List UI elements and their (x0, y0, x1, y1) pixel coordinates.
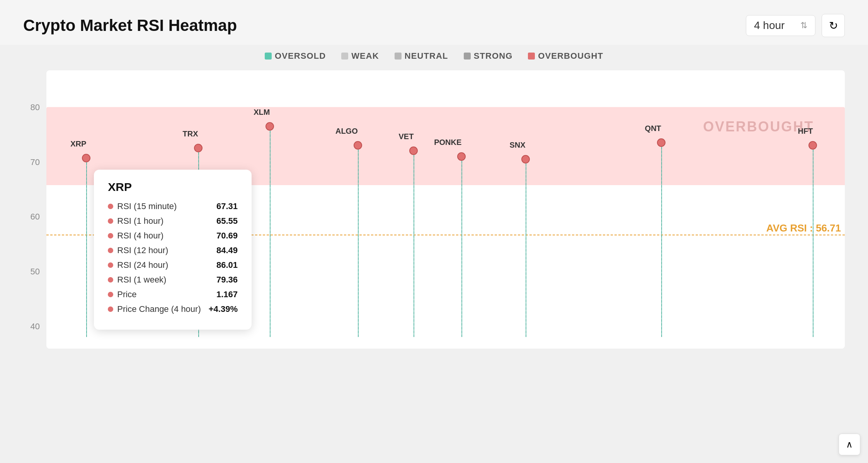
tooltip-label: RSI (4 hour) (117, 231, 163, 241)
chevron-updown-icon: ⇅ (800, 20, 807, 31)
tooltip-label: RSI (1 week) (117, 275, 166, 285)
legend-item-strong: STRONG (464, 51, 513, 61)
tooltip-row: Price 1.167 (108, 289, 238, 300)
data-point-line (461, 161, 462, 337)
interval-label: 4 hour (754, 19, 785, 32)
data-point-dot (354, 141, 362, 150)
y-axis-label: 40 (23, 322, 44, 332)
page-title: Crypto Market RSI Heatmap (23, 16, 237, 35)
overbought-color (528, 53, 535, 60)
refresh-button[interactable]: ↻ (822, 14, 845, 37)
tooltip-value: +4.39% (209, 304, 238, 314)
y-axis-label: 60 (23, 212, 44, 222)
y-axis-label: 80 (23, 102, 44, 112)
data-point-dot (457, 152, 466, 161)
tooltip-value: 86.01 (216, 260, 238, 270)
weak-color (341, 53, 348, 60)
legend-item-neutral: NEUTRAL (395, 51, 448, 61)
legend-item-weak: WEAK (341, 51, 379, 61)
tooltip-dot (108, 204, 113, 209)
tooltip-value: 67.31 (216, 201, 238, 211)
tooltip-row: RSI (24 hour) 86.01 (108, 260, 238, 270)
tooltip-value: 79.36 (216, 275, 238, 285)
overbought-label: OVERBOUGHT (538, 51, 603, 61)
data-point-label: XRP (70, 140, 86, 148)
data-point-line (661, 147, 662, 337)
tooltip-row: RSI (1 week) 79.36 (108, 275, 238, 285)
tooltip-label: RSI (1 hour) (117, 216, 163, 226)
tooltip-value: 65.55 (216, 216, 238, 226)
data-point-label: ALGO (335, 127, 358, 136)
legend-item-overbought: OVERBOUGHT (528, 51, 603, 61)
tooltip-row-label: RSI (12 hour) (108, 245, 168, 255)
y-axis-label: 70 (23, 157, 44, 167)
weak-label: WEAK (351, 51, 379, 61)
data-point-dot (266, 122, 274, 131)
data-point-label: XLM (254, 108, 270, 117)
data-point-label: TRX (183, 129, 198, 138)
interval-selector[interactable]: 4 hour ⇅ (746, 15, 815, 36)
tooltip-dot (108, 248, 113, 253)
tooltip-row-label: RSI (15 minute) (108, 201, 177, 211)
tooltip-label: Price (117, 289, 136, 300)
strong-label: STRONG (474, 51, 513, 61)
strong-color (464, 53, 471, 60)
tooltip-row: RSI (12 hour) 84.49 (108, 245, 238, 255)
oversold-label: OVERSOLD (275, 51, 326, 61)
tooltip-row-label: RSI (4 hour) (108, 231, 163, 241)
data-point-line (86, 162, 87, 337)
tooltip-dot (108, 233, 113, 238)
tooltip-label: RSI (15 minute) (117, 201, 177, 211)
tooltip-label: RSI (24 hour) (117, 260, 168, 270)
data-point-label: HFT (798, 127, 813, 136)
data-point-label: SNX (509, 141, 525, 150)
overbought-watermark: OVERBOUGHT (703, 119, 814, 135)
data-point-line (358, 150, 359, 337)
data-point-dot (521, 155, 530, 163)
tooltip-dot (108, 262, 113, 268)
tooltip-dot (108, 277, 113, 283)
data-point-label: QNT (645, 124, 661, 133)
tooltip-row-label: Price (108, 289, 136, 300)
tooltip-value: 84.49 (216, 245, 238, 255)
page: Crypto Market RSI Heatmap 4 hour ⇅ ↻ OVE… (0, 0, 868, 463)
data-point-label: PONKE (434, 138, 461, 147)
data-point-line (813, 150, 814, 337)
data-point-dot (194, 144, 203, 152)
refresh-icon: ↻ (829, 19, 838, 32)
tooltip-value: 70.69 (216, 231, 238, 241)
data-point-line (414, 155, 414, 337)
tooltip-title: XRP (108, 180, 238, 194)
data-point-line (526, 163, 526, 337)
data-point-line (270, 131, 271, 337)
tooltip-value: 1.167 (216, 289, 238, 300)
neutral-label: NEUTRAL (405, 51, 448, 61)
tooltip-row: RSI (15 minute) 67.31 (108, 201, 238, 211)
avg-rsi-label: AVG RSI : 56.71 (766, 222, 841, 234)
tooltip-row: Price Change (4 hour) +4.39% (108, 304, 238, 314)
tooltip-label: Price Change (4 hour) (117, 304, 201, 314)
tooltip-row: RSI (4 hour) 70.69 (108, 231, 238, 241)
tooltip-dot (108, 306, 113, 312)
tooltip-dot (108, 292, 113, 297)
tooltip-row-label: RSI (1 hour) (108, 216, 163, 226)
tooltip-row: RSI (1 hour) 65.55 (108, 216, 238, 226)
legend-item-oversold: OVERSOLD (265, 51, 326, 61)
header: Crypto Market RSI Heatmap 4 hour ⇅ ↻ (0, 0, 868, 45)
tooltip-dot (108, 218, 113, 224)
tooltip-row-label: Price Change (4 hour) (108, 304, 201, 314)
neutral-color (395, 53, 402, 60)
scroll-to-top-button[interactable]: ∧ (839, 434, 860, 455)
tooltip-row-label: RSI (1 week) (108, 275, 166, 285)
chart-area: OVERBOUGHT 8070605040 AVG RSI : 56.71 XR… (23, 70, 845, 387)
legend: OVERSOLD WEAK NEUTRAL STRONG OVERBOUGHT (0, 45, 868, 70)
oversold-color (265, 53, 272, 60)
y-axis: 8070605040 (23, 70, 46, 349)
tooltip-label: RSI (12 hour) (117, 245, 168, 255)
data-point-label: VET (398, 132, 414, 141)
tooltip-row-label: RSI (24 hour) (108, 260, 168, 270)
header-controls: 4 hour ⇅ ↻ (746, 14, 845, 37)
tooltip: XRP RSI (15 minute) 67.31 RSI (1 hour) 6… (94, 170, 252, 330)
y-axis-label: 50 (23, 267, 44, 277)
data-point-dot (657, 138, 665, 147)
